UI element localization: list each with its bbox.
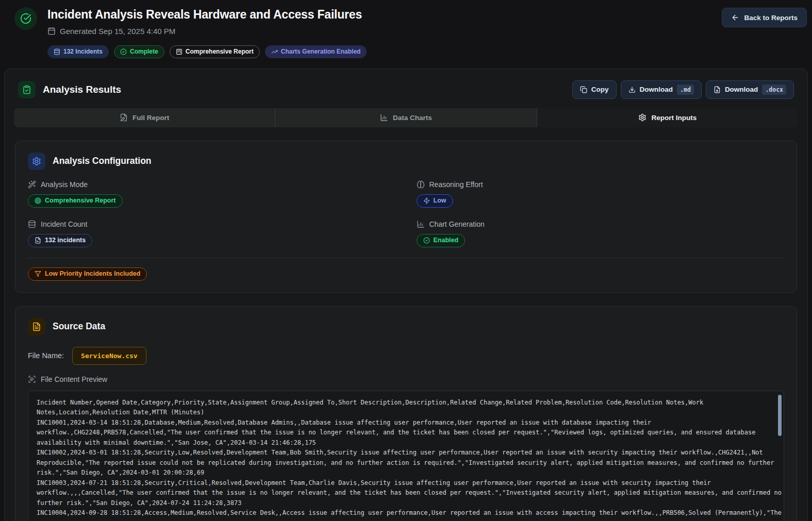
bar-chart-icon (380, 113, 388, 122)
download-md-label: Download (640, 86, 673, 93)
file-content-preview-label: File Content Preview (28, 375, 784, 383)
trending-up-icon (271, 48, 278, 55)
page-title: Incident Analysis Reveals Hardware and A… (47, 7, 367, 22)
field-chart-generation: Chart Generation Enabled (417, 220, 785, 247)
status-complete-badge: Complete (114, 45, 164, 58)
chart-generation-label: Chart Generation (429, 220, 485, 228)
file-name-label: File Name: (28, 351, 64, 360)
low-priority-included-badge: Low Priority Incidents Included (28, 267, 147, 281)
source-data-card: Source Data File Name: ServiceNow.csv Fi… (15, 306, 797, 521)
gear-icon (638, 113, 647, 122)
code-scrollbar-thumb[interactable] (778, 395, 782, 436)
docx-extension-tag: .docx (762, 85, 786, 95)
tab-report-inputs-label: Report Inputs (651, 114, 697, 122)
generated-timestamp: Generated Sep 15, 2025 4:40 PM (60, 27, 175, 36)
file-name-chip: ServiceNow.csv (72, 347, 146, 365)
incidents-count-label: 132 Incidents (63, 48, 103, 55)
results-header: Analysis Results Copy Download .md Downl… (14, 80, 798, 99)
copy-icon (580, 86, 587, 93)
field-incident-count: Incident Count 132 incidents (28, 220, 396, 247)
section-title-analysis-configuration: Analysis Configuration (53, 156, 152, 166)
database-icon (28, 220, 36, 228)
zap-icon (423, 197, 430, 204)
csv-content: Incident Number,Opened Date,Category,Pri… (37, 398, 783, 518)
file-content-preview[interactable]: Incident Number,Opened Date,Category,Pri… (28, 391, 784, 521)
section-title-analysis-results: Analysis Results (43, 84, 121, 95)
arrow-left-icon (731, 13, 739, 22)
bar-chart-icon (417, 220, 425, 228)
section-title-source-data: Source Data (53, 321, 105, 332)
wand-icon (28, 180, 36, 189)
chart-generation-value-badge: Enabled (417, 234, 466, 247)
download-docx-button[interactable]: Download .docx (706, 80, 794, 99)
back-to-reports-label: Back to Reports (744, 14, 798, 22)
reasoning-effort-value: Low (434, 197, 446, 204)
analysis-mode-value: Comprehensive Report (45, 197, 116, 204)
report-mode-label: Comprehensive Report (186, 48, 254, 55)
charts-enabled-label: Charts Generation Enabled (281, 48, 361, 55)
file-down-icon (714, 86, 721, 93)
page: Incident Analysis Reveals Hardware and A… (0, 0, 812, 521)
field-analysis-mode: Analysis Mode Comprehensive Report (28, 180, 396, 208)
download-icon (628, 86, 636, 93)
file-icon (35, 237, 41, 244)
target-icon (35, 197, 41, 204)
charts-enabled-badge: Charts Generation Enabled (265, 45, 367, 58)
database-icon (54, 48, 60, 55)
check-circle-icon (423, 237, 430, 244)
divider (28, 258, 784, 258)
download-md-button[interactable]: Download .md (621, 80, 702, 99)
badge-row: 132 Incidents Complete Comprehensive Rep… (47, 45, 367, 58)
scan-text-icon (28, 375, 36, 383)
results-tabs: Full Report Data Charts Report Inputs (14, 108, 798, 127)
analysis-mode-value-badge: Comprehensive Report (28, 194, 123, 208)
tab-full-report-label: Full Report (132, 114, 169, 122)
chart-generation-value: Enabled (434, 237, 459, 244)
funnel-icon (35, 271, 41, 277)
generated-row: Generated Sep 15, 2025 4:40 PM (47, 27, 367, 36)
brain-icon (417, 180, 425, 189)
clipboard-check-icon (18, 81, 36, 98)
analysis-configuration-card: Analysis Configuration Analysis Mode Com… (15, 141, 797, 293)
status-complete-label: Complete (130, 48, 158, 55)
file-name-row: File Name: ServiceNow.csv (28, 347, 784, 365)
download-docx-label: Download (725, 86, 758, 93)
analysis-results-panel: Analysis Results Copy Download .md Downl… (4, 69, 808, 521)
back-to-reports-button[interactable]: Back to Reports (722, 8, 807, 27)
action-buttons: Copy Download .md Download .docx (572, 80, 794, 99)
copy-button[interactable]: Copy (572, 80, 617, 99)
file-pen-icon (120, 113, 128, 122)
calendar-icon (47, 27, 56, 35)
report-header: Incident Analysis Reveals Hardware and A… (0, 0, 812, 69)
gear-icon (28, 153, 45, 170)
analysis-mode-label: Analysis Mode (41, 180, 88, 189)
check-circle-icon (120, 48, 127, 55)
incident-count-value-badge: 132 incidents (28, 234, 92, 247)
reasoning-effort-value-badge: Low (417, 194, 453, 208)
incident-count-label: Incident Count (41, 220, 87, 228)
tab-full-report[interactable]: Full Report (14, 108, 275, 127)
report-mode-badge: Comprehensive Report (170, 45, 260, 58)
tab-data-charts-label: Data Charts (393, 114, 432, 122)
kanban-icon (176, 48, 183, 55)
file-text-icon (28, 318, 45, 335)
field-reasoning-effort: Reasoning Effort Low (417, 180, 785, 208)
incidents-count-badge: 132 Incidents (47, 45, 109, 58)
incident-count-value: 132 incidents (45, 237, 86, 244)
config-grid: Analysis Mode Comprehensive Report Reaso… (28, 180, 784, 247)
md-extension-tag: .md (677, 85, 694, 95)
check-circle-icon (20, 13, 31, 24)
copy-label: Copy (591, 86, 609, 93)
low-priority-included-label: Low Priority Incidents Included (45, 271, 140, 277)
tab-report-inputs[interactable]: Report Inputs (537, 108, 798, 127)
reasoning-effort-label: Reasoning Effort (429, 180, 483, 189)
report-status-avatar (14, 7, 37, 30)
tab-data-charts[interactable]: Data Charts (275, 108, 537, 127)
